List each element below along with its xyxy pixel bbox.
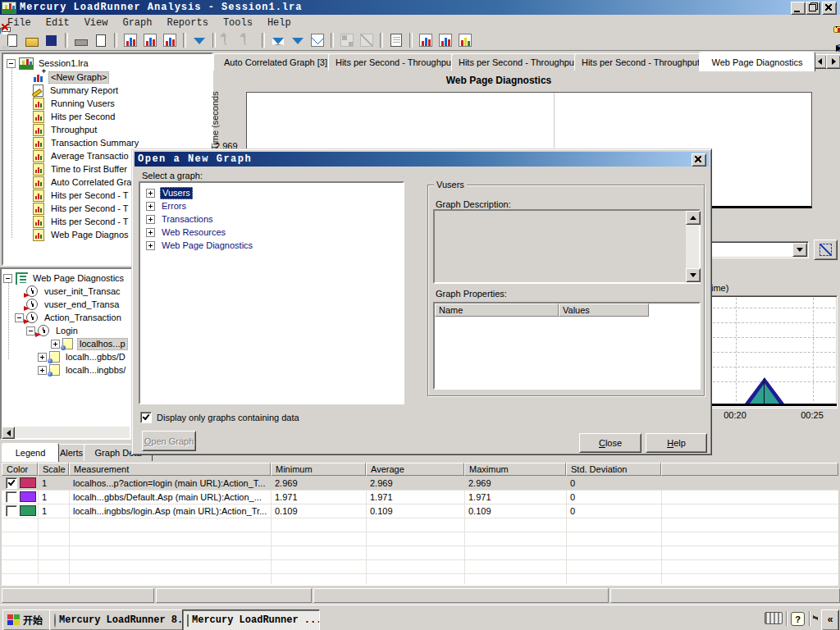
merge-graphs-button[interactable] <box>337 31 356 49</box>
tree-item-auto-correlated[interactable]: Auto Correlated Gra <box>49 177 133 188</box>
task-loadrunner-controller[interactable]: Mercury LoadRunner 8.1 <box>49 609 187 630</box>
open-graph-button[interactable]: Open Graph <box>142 431 196 451</box>
vertical-scrollbar[interactable] <box>686 211 699 282</box>
new-graph-button[interactable] <box>121 31 139 49</box>
dialog-close-button[interactable] <box>692 153 706 167</box>
edit-graph-button[interactable] <box>160 31 179 49</box>
granularity-button[interactable] <box>308 31 326 49</box>
combo-drop-button[interactable] <box>792 243 807 257</box>
column-header-average[interactable]: Average <box>366 463 464 476</box>
tab-hits-throughput-3[interactable]: Hits per Second - Throughput <box>574 53 707 71</box>
clear-filter-button[interactable] <box>288 31 307 49</box>
scroll-up-button[interactable] <box>686 211 701 225</box>
report-viewer-button[interactable] <box>386 31 405 49</box>
expand-expander[interactable] <box>51 340 60 349</box>
dialog-tree-errors[interactable]: Errors <box>160 201 188 212</box>
expand-expander[interactable] <box>146 202 155 211</box>
undo-button[interactable] <box>219 31 238 49</box>
menu-edit[interactable]: Edit <box>39 16 77 30</box>
dialog-help-button[interactable]: Help <box>646 433 707 453</box>
expand-expander[interactable] <box>38 353 47 362</box>
dialog-tree-vusers[interactable]: Vusers <box>160 187 193 199</box>
tree-item-average-transaction[interactable]: Average Transactio <box>49 151 130 162</box>
tree-item-hits-throughput-3[interactable]: Hits per Second - T <box>49 217 130 227</box>
tree-item-hits-throughput-2[interactable]: Hits per Second - T <box>49 203 130 214</box>
column-header-maximum[interactable]: Maximum <box>464 463 566 476</box>
tree-item-summary-report[interactable]: Summary Report <box>48 85 120 96</box>
menu-graph[interactable]: Graph <box>115 16 159 30</box>
scroll-down-button[interactable] <box>686 268 701 282</box>
fit-graph-button[interactable] <box>814 240 838 260</box>
collapse-expander[interactable] <box>3 274 12 283</box>
tree-item-login-asp[interactable]: localh...ingbbs/ <box>64 365 127 376</box>
tree-item-vuser-end[interactable]: vuser_end_Transa <box>43 299 121 310</box>
row-checkbox[interactable] <box>6 505 17 517</box>
column-header-std-deviation[interactable]: Std. Deviation <box>566 463 661 476</box>
tab-web-page-diagnostics[interactable]: Web Page Diagnostics <box>699 52 815 71</box>
expand-expander[interactable] <box>146 228 155 237</box>
dialog-title-bar[interactable]: Open a New Graph <box>135 152 709 167</box>
menu-tools[interactable]: Tools <box>216 16 260 30</box>
tree-item-wpd-root[interactable]: Web Page Diagnostics <box>31 273 126 284</box>
tree-item-login[interactable]: Login <box>54 326 80 336</box>
print-button[interactable] <box>71 31 90 49</box>
tab-auto-correlated[interactable]: Auto Correlated Graph [3] <box>213 53 338 71</box>
tree-item-action-transaction[interactable]: Action_Transaction <box>43 313 123 323</box>
tree-item-web-page-diag[interactable]: Web Page Diagnos <box>49 230 130 240</box>
tab-hits-throughput-1[interactable]: Hits per Second - Throughput <box>328 53 461 71</box>
dialog-tree-web-resources[interactable]: Web Resources <box>160 227 227 238</box>
tray-collapse-button[interactable]: « <box>821 609 839 630</box>
ime-help-icon[interactable]: ? <box>791 612 805 626</box>
dialog-tree-web-page-diagnostics[interactable]: Web Page Diagnostics <box>160 240 254 251</box>
graph-bars-button[interactable] <box>140 31 159 49</box>
open-folder-button[interactable] <box>22 31 41 49</box>
collapse-expander[interactable] <box>26 326 35 336</box>
properties-column-values[interactable]: Values <box>559 304 649 317</box>
tree-item-hits-per-second[interactable]: Hits per Second <box>49 112 116 122</box>
pen-icon[interactable] <box>813 612 818 623</box>
redo-button[interactable] <box>239 31 258 49</box>
table-row[interactable]: 1 localh...ingbbs/login.Asp (main URL):A… <box>2 504 838 518</box>
mini-time-chart[interactable] <box>710 295 838 409</box>
table-row[interactable]: 1 localh...gbbs/Default.Asp (main URL):A… <box>2 490 838 504</box>
keyboard-icon[interactable] <box>765 612 783 624</box>
column-header-measurement[interactable]: Measurement <box>69 463 271 476</box>
restore-button[interactable] <box>806 2 820 15</box>
row-checkbox[interactable] <box>6 491 17 503</box>
tab-hits-throughput-2[interactable]: Hits per Second - Throughput <box>451 53 584 71</box>
horizontal-scrollbar[interactable] <box>2 427 130 438</box>
expand-expander[interactable] <box>146 215 155 224</box>
task-loadrunner-analysis[interactable]: Mercury LoadRunner ... <box>182 609 320 630</box>
menu-reports[interactable]: Reports <box>159 16 215 30</box>
tab-legend[interactable]: Legend <box>2 443 59 462</box>
dialog-tree-transactions[interactable]: Transactions <box>160 214 215 225</box>
table-row[interactable]: 1 localhos...p?action=login (main URL):A… <box>2 476 838 491</box>
tree-item-throughput[interactable]: Throughput <box>49 125 98 135</box>
collapse-expander[interactable] <box>7 59 16 68</box>
menu-help[interactable]: Help <box>260 16 299 30</box>
tree-item-running-vusers[interactable]: Running Vusers <box>49 98 116 109</box>
save-button[interactable] <box>42 31 61 49</box>
column-header-color[interactable]: Color <box>2 463 38 476</box>
tree-item-default-asp[interactable]: localh...gbbs/D <box>64 352 127 363</box>
tree-item-new-graph[interactable]: <New Graph> <box>48 71 109 84</box>
close-button[interactable] <box>822 2 837 15</box>
expand-expander[interactable] <box>146 189 155 198</box>
collapse-expander[interactable] <box>15 313 24 322</box>
minimize-button[interactable] <box>791 2 806 15</box>
tab-scroll-right-button[interactable] <box>826 54 840 69</box>
menu-view[interactable]: View <box>77 16 116 30</box>
tree-item-hits-throughput-1[interactable]: Hits per Second - T <box>49 190 130 201</box>
filter-button[interactable] <box>189 31 208 49</box>
measurement-combo[interactable] <box>710 241 809 258</box>
tree-item-transaction-summary[interactable]: Transaction Summary <box>49 138 140 148</box>
dialog-close-action-button[interactable]: Close <box>579 433 641 453</box>
scroll-left-button[interactable] <box>2 427 15 439</box>
tree-item-vuser-init[interactable]: vuser_init_Transac <box>43 286 122 297</box>
cross-result-button[interactable] <box>455 31 474 49</box>
print-preview-button[interactable] <box>91 31 110 49</box>
auto-correlate-button[interactable] <box>357 31 376 49</box>
column-header-minimum[interactable]: Minimum <box>271 463 366 476</box>
graph-comment-button[interactable] <box>416 31 435 49</box>
expand-expander[interactable] <box>146 241 155 250</box>
